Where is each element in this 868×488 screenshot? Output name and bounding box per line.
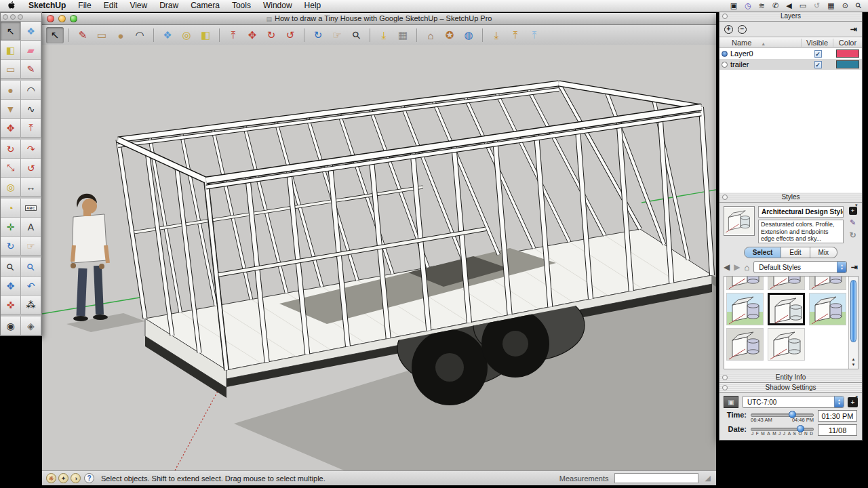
pan-tool[interactable]: ☞ [328,27,346,43]
minimize-button[interactable] [58,15,66,22]
status-orb-3[interactable]: ◑ [71,473,81,483]
styles-collection-dropdown[interactable]: Default Styles ▲▼ [753,261,847,273]
axes-tool[interactable]: ✛ [1,218,21,237]
photo-textures-tool[interactable]: ✪ [441,27,458,43]
offset-tool[interactable]: ↺ [21,159,41,178]
palette-minimize-button[interactable] [10,14,16,20]
status-orb-2[interactable]: ✦ [58,473,68,483]
wifi-icon[interactable]: ≋ [759,0,765,12]
move-tool[interactable]: ✥ [243,27,261,43]
menu-file[interactable]: File [72,0,97,12]
rectangle-tool[interactable]: ▭ [93,27,111,43]
place-model-tool[interactable]: ⌂ [422,27,439,43]
toggle-shadows-icon[interactable]: ▣ [724,396,738,408]
create-style-button[interactable]: + [849,207,857,215]
style-thumbnail-3[interactable] [726,293,764,325]
style-thumbnail-2[interactable] [809,276,846,290]
time-slider-track[interactable] [751,413,814,417]
style-description-field[interactable]: Desaturated colors. Profile, Extension a… [758,220,844,243]
date-slider-track[interactable] [751,428,814,431]
window-titlebar[interactable]: ▤How to draw a Tiny House with Google Sk… [42,13,716,25]
polygon-tool[interactable]: ▼ [1,100,21,119]
style-thumbnail-5[interactable] [809,293,846,325]
look-around-tool[interactable]: ◉ [1,317,21,336]
palette-titlebar[interactable] [1,13,41,22]
tape-measure-tool[interactable]: ◎ [1,178,21,197]
paint-bucket-tool[interactable]: ◧ [1,41,21,60]
section-plane-tool[interactable]: ◈ [21,317,41,336]
time-slider[interactable] [751,410,814,418]
scale-tool[interactable]: ⤡ [1,159,21,178]
zoom-tool[interactable]: ⚲ [347,27,365,43]
push-pull-tool[interactable]: ⤒ [21,119,41,138]
shadow-detail-button[interactable]: + [848,397,858,407]
tape-measure-tool[interactable]: ◎ [178,27,195,43]
phone-icon[interactable]: ✆ [772,0,778,12]
layers-detail-icon[interactable]: ⇥ [850,24,857,34]
paint-bucket-tool[interactable]: ◧ [197,27,214,43]
style-thumbnail-1[interactable] [768,276,805,290]
eraser-tool[interactable]: ▰ [21,41,41,60]
timezone-dropdown[interactable]: UTC-7:00 ▲▼ [742,396,844,408]
push-pull-tool[interactable]: ⤒ [224,27,242,43]
follow-me-tool[interactable]: ↷ [21,140,41,159]
layer-color-swatch[interactable] [836,60,859,68]
volume-icon[interactable]: ◀ [786,0,791,12]
menu-camera[interactable]: Camera [184,0,226,12]
collapse-icon[interactable] [722,385,728,390]
rotate-tool[interactable]: ↻ [1,140,21,159]
time-machine-icon[interactable]: ↺ [814,0,820,12]
orbit-tool[interactable]: ↻ [1,237,21,256]
palette-zoom-button[interactable] [18,14,23,20]
pan-tool[interactable]: ☞ [21,237,41,256]
date-slider-thumb[interactable] [797,425,804,432]
add-layer-button[interactable]: + [724,25,733,34]
home-icon[interactable]: ⌂ [744,262,749,272]
line-tool[interactable]: ✎ [21,60,41,79]
menu-sketchup[interactable]: SketchUp [22,0,72,12]
style-thumbnail-6[interactable] [726,328,764,361]
visible-checkbox[interactable]: ✓ [814,50,822,58]
select-tool[interactable]: ↖ [46,27,64,43]
layers-table-header[interactable]: Name▲ Visible Color [719,37,862,48]
styles-detail-icon[interactable]: ⇥ [851,262,858,272]
apple-menu[interactable] [0,1,22,10]
rotate-tool[interactable]: ↻ [262,27,280,43]
layer-row[interactable]: Layer0✓ [719,48,862,59]
protractor-tool[interactable]: ◔ [1,199,21,218]
layer-color-swatch[interactable] [836,49,859,58]
position-camera-tool[interactable]: ✜ [1,296,21,314]
time-value-field[interactable]: 01:30 PM [818,410,857,422]
3d-text-tool[interactable]: A [21,218,41,237]
date-slider[interactable] [751,424,814,432]
help-icon[interactable]: ? [84,473,94,483]
upload-component-tool[interactable]: ⤒ [526,27,543,43]
select-tool[interactable]: ↖ [1,22,21,41]
close-button[interactable] [47,15,54,22]
video-camera-icon[interactable]: ▣ [730,0,737,12]
layer-active-radio[interactable] [722,51,728,57]
get-current-view-tool[interactable]: ⤓ [375,27,393,43]
back-icon[interactable]: ◀ [724,262,730,272]
style-thumbnail-0[interactable] [726,276,764,290]
rectangle-tool[interactable]: ▭ [1,60,21,79]
layer-row[interactable]: trailer✓ [719,59,862,70]
arc-tool[interactable]: ◠ [21,81,41,100]
freehand-tool[interactable]: ∿ [21,100,41,119]
zoom-button[interactable] [70,15,77,22]
share-model-tool[interactable]: ⤒ [507,27,524,43]
menu-tools[interactable]: Tools [226,0,257,12]
battery-icon[interactable]: ▭ [800,0,806,12]
zoom-extents-tool[interactable]: ✥ [1,277,21,296]
zoom-tool[interactable]: ⚲ [1,258,21,277]
spaces-icon[interactable]: ▦ [827,0,834,12]
dimension-tool[interactable]: ↔ [21,178,41,197]
walk-tool[interactable]: ⁂ [21,296,41,314]
arc-tool[interactable]: ◠ [131,27,149,43]
collapse-icon[interactable] [722,195,728,200]
zoom-window-tool[interactable]: ⚲ [21,258,41,277]
user-switch-icon[interactable]: ⊙ [842,0,848,12]
layer-active-radio[interactable] [722,62,728,68]
status-orb-1[interactable]: ❋ [46,473,56,483]
tab-edit[interactable]: Edit [781,247,810,258]
